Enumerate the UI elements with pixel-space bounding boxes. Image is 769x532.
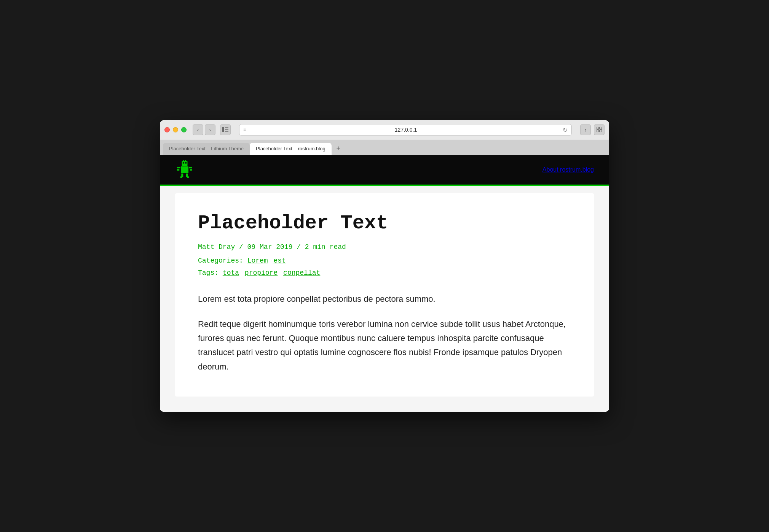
tab-1[interactable]: Placeholder Text – rostrum.blog xyxy=(250,143,332,155)
svg-rect-6 xyxy=(597,130,599,132)
maximize-button[interactable] xyxy=(181,127,187,132)
content-wrapper: Placeholder Text Matt Dray / 09 Mar 2019… xyxy=(160,186,609,412)
svg-rect-3 xyxy=(225,131,228,132)
tab-overview-button[interactable] xyxy=(594,124,605,135)
category-link-est[interactable]: est xyxy=(273,257,286,264)
svg-rect-20 xyxy=(180,177,182,178)
forward-button[interactable]: › xyxy=(205,124,215,135)
svg-rect-1 xyxy=(225,127,228,128)
address-bar[interactable]: ≡ 127.0.0.1 ↻ xyxy=(239,124,572,135)
svg-rect-11 xyxy=(183,160,184,162)
svg-rect-17 xyxy=(190,169,192,171)
tab-add-icon: + xyxy=(336,145,340,153)
traffic-lights xyxy=(164,127,187,132)
category-link-lorem[interactable]: Lorem xyxy=(247,257,268,264)
address-lines-icon: ≡ xyxy=(243,127,246,132)
title-bar: ‹ › ≡ 127.0.0.1 ↻ ↑ xyxy=(160,120,609,140)
sidebar-toggle-button[interactable] xyxy=(220,124,231,135)
svg-rect-2 xyxy=(225,129,228,130)
tag-link-conpellat[interactable]: conpellat xyxy=(283,269,320,277)
sidebar-icon xyxy=(222,127,228,133)
content-card: Placeholder Text Matt Dray / 09 Mar 2019… xyxy=(175,193,594,397)
share-icon: ↑ xyxy=(584,127,587,133)
reload-button[interactable]: ↻ xyxy=(563,126,568,134)
post-title: Placeholder Text xyxy=(198,212,571,234)
back-icon: ‹ xyxy=(197,127,199,133)
tab-overview-icon xyxy=(597,127,602,133)
browser-window: ‹ › ≡ 127.0.0.1 ↻ ↑ xyxy=(160,120,609,412)
nav-buttons: ‹ › xyxy=(193,124,215,135)
post-categories: Categories: Lorem est xyxy=(198,257,571,264)
tab-0-label: Placeholder Text – Lithium Theme xyxy=(169,146,244,151)
svg-rect-5 xyxy=(600,127,602,129)
tags-label: Tags: xyxy=(198,269,219,277)
categories-label: Categories: xyxy=(198,257,243,264)
tab-1-label: Placeholder Text – rostrum.blog xyxy=(256,146,325,151)
svg-rect-9 xyxy=(183,162,184,164)
tab-0[interactable]: Placeholder Text – Lithium Theme xyxy=(163,143,250,155)
tab-bar: Placeholder Text – Lithium Theme Placeho… xyxy=(160,140,609,155)
tag-link-propiore[interactable]: propiore xyxy=(245,269,278,277)
svg-rect-12 xyxy=(185,160,186,162)
back-button[interactable]: ‹ xyxy=(193,124,203,135)
post-meta: Matt Dray / 09 Mar 2019 / 2 min read xyxy=(198,243,571,251)
tag-link-tota[interactable]: tota xyxy=(223,269,239,277)
svg-rect-16 xyxy=(177,169,179,171)
site-nav: About rostrum.blog xyxy=(542,166,594,173)
body-paragraph-1: Lorem est tota propiore conpellat pector… xyxy=(198,292,571,306)
svg-rect-7 xyxy=(600,130,602,132)
tab-add-button[interactable]: + xyxy=(333,143,344,154)
svg-rect-8 xyxy=(182,161,188,166)
close-button[interactable] xyxy=(164,127,170,132)
svg-rect-14 xyxy=(177,167,180,169)
forward-icon: › xyxy=(209,127,211,133)
svg-rect-4 xyxy=(597,127,599,129)
post-body: Lorem est tota propiore conpellat pector… xyxy=(198,292,571,374)
post-tags: Tags: tota propiore conpellat xyxy=(198,269,571,277)
toolbar-right: ↑ xyxy=(580,124,605,135)
address-text: 127.0.0.1 xyxy=(249,127,563,133)
body-paragraph-2: Redit teque digerit hominumque toris ver… xyxy=(198,317,571,374)
svg-rect-15 xyxy=(189,167,192,169)
svg-rect-21 xyxy=(187,177,189,178)
svg-rect-10 xyxy=(185,162,187,164)
site-header: About rostrum.blog xyxy=(160,155,609,186)
website: About rostrum.blog Placeholder Text Matt… xyxy=(160,155,609,412)
site-logo xyxy=(175,160,194,179)
minimize-button[interactable] xyxy=(173,127,178,132)
svg-rect-0 xyxy=(222,127,224,132)
svg-rect-13 xyxy=(181,167,188,174)
about-link[interactable]: About rostrum.blog xyxy=(542,166,594,173)
share-button[interactable]: ↑ xyxy=(580,124,591,135)
